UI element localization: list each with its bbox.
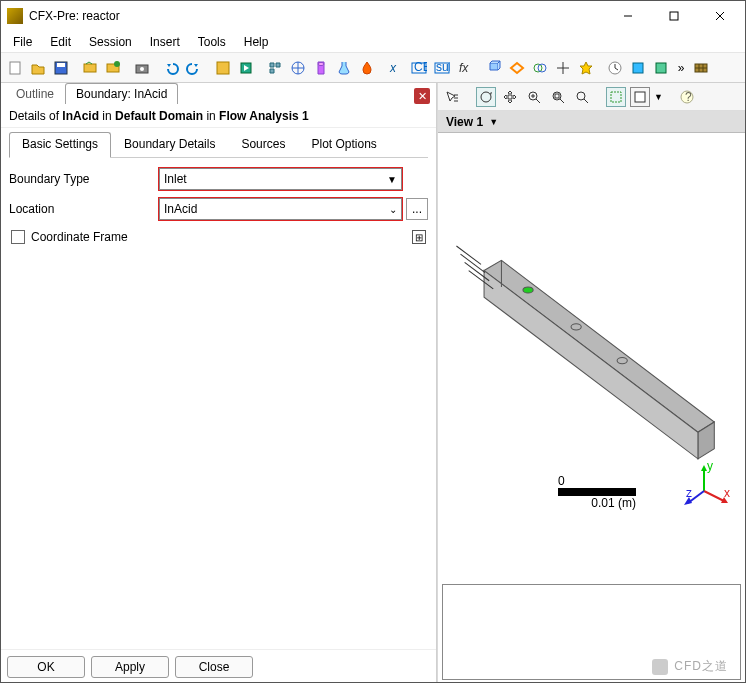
svg-text:y: y bbox=[707, 461, 713, 473]
ok-button[interactable]: OK bbox=[7, 656, 85, 678]
rotate-icon[interactable] bbox=[476, 87, 496, 107]
undo-icon[interactable] bbox=[161, 58, 181, 78]
highlight-icon[interactable] bbox=[606, 87, 626, 107]
svg-text:z: z bbox=[686, 486, 692, 500]
cel-icon[interactable]: CEL bbox=[409, 58, 429, 78]
svg-line-39 bbox=[584, 99, 588, 103]
quick-setup-icon[interactable] bbox=[213, 58, 233, 78]
coordinate-frame-checkbox[interactable] bbox=[11, 230, 25, 244]
tab-close-button[interactable]: ✕ bbox=[414, 88, 430, 104]
function-icon[interactable]: fx bbox=[455, 58, 475, 78]
select-icon[interactable] bbox=[442, 87, 462, 107]
pan-icon[interactable] bbox=[500, 87, 520, 107]
boundary-type-value: Inlet bbox=[164, 172, 187, 186]
coordinate-frame-expand[interactable]: ⊞ bbox=[412, 230, 426, 244]
help-icon[interactable]: ? bbox=[677, 87, 697, 107]
subtab-plot[interactable]: Plot Options bbox=[298, 132, 389, 157]
watermark: CFD之道 bbox=[652, 658, 728, 675]
boundary-icon[interactable] bbox=[507, 58, 527, 78]
app-icon bbox=[7, 8, 23, 24]
svg-rect-27 bbox=[633, 63, 643, 73]
menu-help[interactable]: Help bbox=[236, 33, 277, 51]
svg-rect-7 bbox=[84, 64, 96, 72]
svg-point-35 bbox=[553, 92, 561, 100]
location-combo[interactable]: InAcid ⌄ bbox=[159, 198, 402, 220]
combustion-icon[interactable] bbox=[357, 58, 377, 78]
svg-text:x: x bbox=[724, 486, 730, 500]
chevron-down-icon: ▼ bbox=[489, 117, 498, 127]
snapshot-icon[interactable] bbox=[132, 58, 152, 78]
menu-edit[interactable]: Edit bbox=[42, 33, 79, 51]
redo-icon[interactable] bbox=[184, 58, 204, 78]
svg-line-57 bbox=[704, 491, 724, 501]
mesh-display-icon[interactable] bbox=[691, 58, 711, 78]
viewport-panel: ▼ ? View 1 ▼ bbox=[437, 83, 745, 683]
maximize-button[interactable] bbox=[651, 1, 697, 31]
boundary-type-combo[interactable]: Inlet ▼ bbox=[159, 168, 402, 190]
zoom-fit-icon[interactable] bbox=[572, 87, 592, 107]
viewport-3d[interactable]: 0 0.01 (m) y x z bbox=[438, 133, 745, 580]
location-picker-button[interactable]: ... bbox=[406, 198, 428, 220]
svg-point-48 bbox=[523, 287, 533, 293]
svg-line-52 bbox=[461, 254, 486, 272]
region-icon[interactable] bbox=[628, 58, 648, 78]
toolbar-overflow[interactable]: » bbox=[674, 61, 688, 75]
boundary-type-label: Boundary Type bbox=[9, 172, 159, 186]
close-window-button[interactable] bbox=[697, 1, 743, 31]
menu-session[interactable]: Session bbox=[81, 33, 140, 51]
open-icon[interactable] bbox=[28, 58, 48, 78]
svg-rect-12 bbox=[217, 62, 229, 74]
svg-rect-40 bbox=[611, 92, 621, 102]
svg-point-9 bbox=[114, 61, 120, 67]
save-icon[interactable] bbox=[51, 58, 71, 78]
import-mesh-icon[interactable] bbox=[80, 58, 100, 78]
outline-tab[interactable]: Outline bbox=[5, 83, 65, 104]
menu-tools[interactable]: Tools bbox=[190, 33, 234, 51]
svg-rect-6 bbox=[57, 63, 65, 67]
svg-point-15 bbox=[318, 62, 324, 65]
scale-bar: 0 0.01 (m) bbox=[558, 474, 636, 510]
location-label: Location bbox=[9, 202, 159, 216]
subtab-basic[interactable]: Basic Settings bbox=[9, 132, 111, 157]
chevron-down-icon: ▼ bbox=[387, 174, 397, 185]
subdomain-icon[interactable]: sub bbox=[432, 58, 452, 78]
apply-button[interactable]: Apply bbox=[91, 656, 169, 678]
reload-mesh-icon[interactable] bbox=[103, 58, 123, 78]
domain-icon[interactable] bbox=[484, 58, 504, 78]
material-icon[interactable] bbox=[311, 58, 331, 78]
menu-insert[interactable]: Insert bbox=[142, 33, 188, 51]
coordinate-frame-label: Coordinate Frame bbox=[31, 230, 128, 244]
details-header: Details of InAcid in Default Domain in F… bbox=[1, 105, 436, 128]
svg-rect-41 bbox=[635, 92, 645, 102]
svg-text:fx: fx bbox=[459, 61, 469, 75]
svg-text:CEL: CEL bbox=[414, 60, 427, 74]
source-point-icon[interactable] bbox=[553, 58, 573, 78]
svg-line-51 bbox=[456, 246, 481, 264]
turbo-icon[interactable] bbox=[651, 58, 671, 78]
main-toolbar: x CEL sub fx » bbox=[1, 53, 745, 83]
svg-rect-28 bbox=[656, 63, 666, 73]
view-header[interactable]: View 1 ▼ bbox=[438, 111, 745, 133]
menu-bar: File Edit Session Insert Tools Help bbox=[1, 31, 745, 53]
expression-icon[interactable]: x bbox=[386, 58, 406, 78]
close-button[interactable]: Close bbox=[175, 656, 253, 678]
boundary-tab[interactable]: Boundary: InAcid bbox=[65, 83, 178, 104]
run-solver-icon[interactable] bbox=[236, 58, 256, 78]
menu-file[interactable]: File bbox=[5, 33, 40, 51]
render-mode-icon[interactable] bbox=[630, 87, 650, 107]
subtab-bdetails[interactable]: Boundary Details bbox=[111, 132, 228, 157]
monitor-icon[interactable] bbox=[576, 58, 596, 78]
minimize-button[interactable] bbox=[605, 1, 651, 31]
subtab-sources[interactable]: Sources bbox=[228, 132, 298, 157]
interface-icon[interactable] bbox=[530, 58, 550, 78]
analysis-icon[interactable] bbox=[265, 58, 285, 78]
svg-text:x: x bbox=[389, 61, 397, 75]
reaction-icon[interactable] bbox=[334, 58, 354, 78]
chevron-down-icon[interactable]: ▼ bbox=[654, 92, 663, 102]
new-icon[interactable] bbox=[5, 58, 25, 78]
mesh-icon[interactable] bbox=[288, 58, 308, 78]
timestep-icon[interactable] bbox=[605, 58, 625, 78]
zoom-box-icon[interactable] bbox=[548, 87, 568, 107]
zoom-in-icon[interactable] bbox=[524, 87, 544, 107]
details-panel: Outline Boundary: InAcid ✕ Details of In… bbox=[1, 83, 437, 683]
